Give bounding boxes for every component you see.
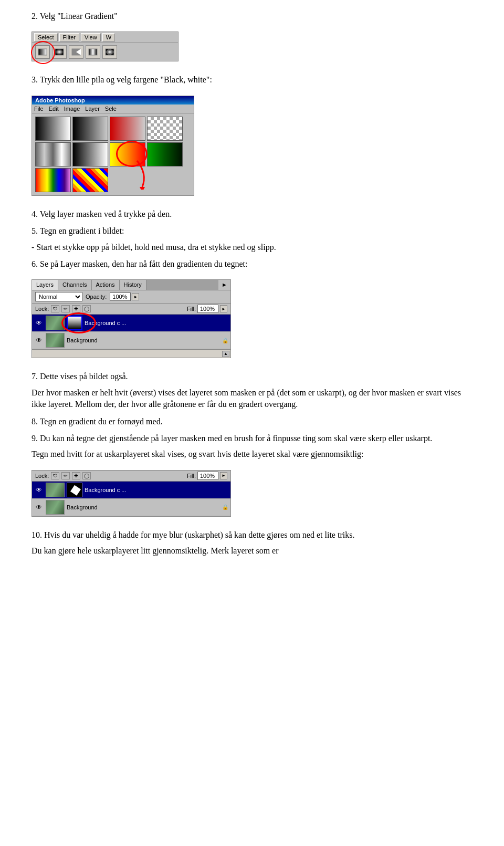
lock-icon-3[interactable]: ✚	[72, 305, 80, 312]
step-9-layers-screenshot: Lock: 🛡 ✏ ✚ ◯ Fill: 100% ► 👁	[32, 470, 231, 517]
step-5-section: 5. Tegn en gradient i bildet: - Start et…	[32, 225, 472, 253]
step-8-heading: 8. Tegn en gradient du er fornøyd med.	[32, 416, 472, 427]
layer-row-1[interactable]: 👁 Background c ...	[32, 315, 230, 332]
step-7-section: 7. Dette vises på bildet også. Der hvor …	[32, 371, 472, 410]
swatch-red[interactable]	[110, 117, 145, 141]
layer-mode-select[interactable]: Normal	[35, 292, 82, 301]
swatch-yellow-red[interactable]	[110, 142, 145, 166]
layer-1-name: Background c ...	[85, 320, 220, 326]
step-3-heading: 3. Trykk den lille pila og velg fargene …	[32, 74, 472, 86]
svg-rect-5	[106, 49, 114, 55]
step-4-section: 4. Velg layer masken ved å trykke på den…	[32, 208, 472, 220]
eye-icon-1[interactable]: 👁	[34, 319, 44, 327]
swatch-stripe[interactable]	[72, 168, 108, 192]
menu-edit: Edit	[49, 106, 59, 112]
step-7-heading: 7. Dette vises på bildet også.	[32, 371, 472, 382]
lock-icon-1[interactable]: 🛡	[51, 305, 59, 312]
layer-4-name: Background	[67, 504, 220, 510]
step-8-section: 8. Tegn en gradient du er fornøyd med.	[32, 416, 472, 427]
menu-image: Image	[64, 106, 80, 112]
menu-layer: Layer	[85, 106, 100, 112]
swatch-rainbow[interactable]	[35, 168, 71, 192]
layer-2-lock: 🔒	[222, 337, 228, 344]
layer-row-3[interactable]: 👁 Background c ...	[32, 482, 230, 499]
layer-row-2[interactable]: 👁 Background 🔒	[32, 332, 230, 349]
layers-lock-row-2: Lock: 🛡 ✏ ✚ ◯ Fill: 100% ►	[32, 471, 230, 482]
step-6-heading: 6. Se på Layer masken, den har nå fått d…	[32, 258, 472, 270]
fill-label-2: Fill:	[187, 473, 196, 479]
lock-label: Lock:	[35, 306, 49, 312]
layer-1-lock	[222, 319, 228, 327]
step-10-body: Du kan gjøre hele uskarplayeret litt gje…	[32, 545, 472, 557]
tab-channels[interactable]: Channels	[58, 280, 91, 290]
layer-3-lock	[222, 486, 228, 494]
lock-icon-2-2[interactable]: ✏	[61, 472, 70, 479]
fill-section: Fill: 100% ►	[187, 305, 227, 313]
ps-titlebar: Adobe Photoshop	[32, 96, 194, 105]
ps-title: Adobe Photoshop	[35, 97, 85, 103]
step-2-heading: 2. Velg "Linear Gradient"	[32, 11, 472, 22]
step-2-screenshot: Select Filter View W	[32, 32, 178, 61]
swatch-bw[interactable]	[35, 117, 71, 141]
tab-actions[interactable]: Actions	[92, 280, 120, 290]
layer-3-name: Background c ...	[85, 487, 220, 493]
lock-icon-2[interactable]: ✏	[61, 305, 70, 312]
swatch-chrome[interactable]	[35, 142, 71, 166]
layer-4-lock: 🔒	[222, 504, 228, 511]
opacity-arrow[interactable]: ►	[132, 293, 139, 300]
step-3-section: 3. Trykk den lille pila og velg fargene …	[32, 74, 472, 203]
layers-tabs: Layers Channels Actions History ►	[32, 280, 230, 290]
eye-icon-2[interactable]: 👁	[34, 336, 44, 344]
fill-value-2: 100%	[197, 472, 218, 480]
step-4-heading: 4. Velg layer masken ved å trykke på den…	[32, 208, 472, 220]
swatch-spectrum[interactable]	[147, 142, 183, 166]
step-2-section: 2. Velg "Linear Gradient" Select Filter …	[32, 11, 472, 69]
layer-1-wrapper: 👁 Background c ...	[32, 315, 230, 332]
step-6-section: 6. Se på Layer masken, den har nå fått d…	[32, 258, 472, 365]
step-9-heading: 9. Du kan nå tegne det gjenstående på la…	[32, 433, 472, 444]
fill-label: Fill:	[187, 306, 196, 312]
ps-gradient-picker: Adobe Photoshop File Edit Image Layer Se…	[32, 96, 194, 196]
layer-2-name: Background	[67, 337, 220, 343]
lock-icon-2-3[interactable]: ✚	[72, 472, 80, 479]
fill-section-2: Fill: 100% ►	[187, 472, 227, 480]
layers-panel-1: Layers Channels Actions History ► Normal…	[32, 279, 231, 358]
svg-rect-0	[38, 49, 47, 55]
fill-arrow-2[interactable]: ►	[220, 472, 227, 479]
svg-rect-1	[55, 49, 64, 55]
menu-sele: Sele	[105, 106, 117, 112]
opacity-value: 100%	[110, 293, 131, 301]
lock-icon-4[interactable]: ◯	[82, 305, 91, 312]
step-9-body1: Tegn med hvitt for at uskarplayeret skal…	[32, 448, 472, 460]
scroll-up[interactable]: ▲	[222, 351, 229, 357]
step-6-layers-screenshot: Layers Channels Actions History ► Normal…	[32, 279, 231, 358]
svg-rect-4	[89, 49, 97, 55]
lock-icon-2-4[interactable]: ◯	[82, 472, 91, 479]
step-9-section: 9. Du kan nå tegne det gjenstående på la…	[32, 433, 472, 524]
swatch-checker[interactable]	[147, 117, 183, 141]
layer-row-4[interactable]: 👁 Background 🔒	[32, 499, 230, 516]
step-7-body: Der hvor masken er helt hvit (øverst) vi…	[32, 387, 472, 411]
layers-controls: Normal Opacity: 100% ►	[32, 290, 230, 304]
tab-layers[interactable]: Layers	[32, 280, 58, 290]
layers-scrollbar[interactable]: ▲	[32, 349, 230, 358]
fill-arrow[interactable]: ►	[220, 305, 227, 312]
tab-history[interactable]: History	[120, 280, 146, 290]
eye-icon-3[interactable]: 👁	[34, 486, 44, 494]
menu-file: File	[34, 106, 44, 112]
step-10-heading: 10. Hvis du var uheldig å hadde for mye …	[32, 529, 472, 541]
lock-icon-2-1[interactable]: 🛡	[51, 472, 59, 479]
step-10-section: 10. Hvis du var uheldig å hadde for mye …	[32, 529, 472, 557]
eye-icon-4[interactable]: 👁	[34, 503, 44, 511]
ps-menubar: File Edit Image Layer Sele	[32, 105, 194, 113]
opacity-label: Opacity:	[86, 294, 107, 300]
swatch-bw2[interactable]	[72, 142, 108, 166]
swatch-bt[interactable]	[72, 117, 108, 141]
step-5-body: - Start et stykke opp på bildet, hold ne…	[32, 242, 472, 253]
step-3-screenshot: Adobe Photoshop File Edit Image Layer Se…	[32, 96, 194, 196]
tab-arrow[interactable]: ►	[218, 280, 230, 290]
lock-label-2: Lock:	[35, 473, 49, 479]
layers-panel-2: Lock: 🛡 ✏ ✚ ◯ Fill: 100% ► 👁	[32, 470, 231, 517]
step-5-heading: 5. Tegn en gradient i bildet:	[32, 225, 472, 237]
fill-value: 100%	[197, 305, 218, 313]
